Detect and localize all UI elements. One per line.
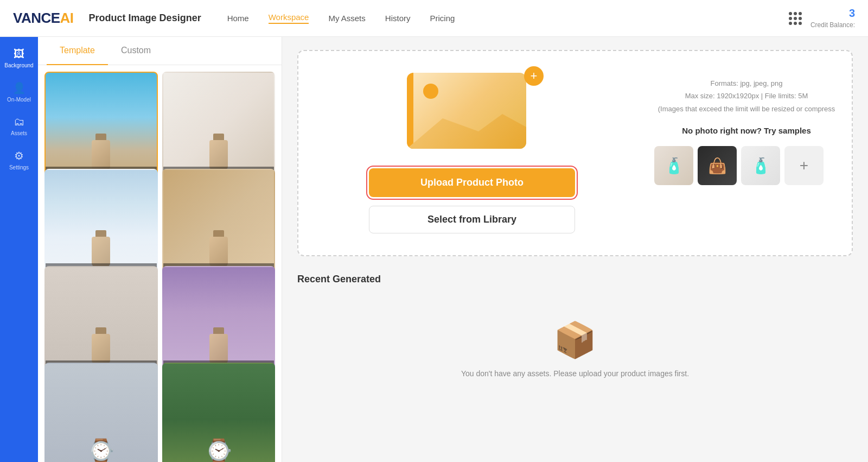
perfume-beach (90, 134, 112, 169)
watch1-icon: ⌚ (87, 438, 115, 462)
upload-center: + Upload Product Photo Select from Libra… (311, 73, 633, 233)
header-right: 3 Credit Balance: (789, 7, 855, 29)
template-card-beach[interactable]: Beach (44, 72, 158, 185)
empty-state: 📦 You don't have any assets. Please uplo… (297, 298, 853, 400)
illus-sun (423, 84, 438, 99)
template-card-gifts[interactable]: Gifts (162, 169, 276, 282)
sidebar-item-on-model[interactable]: 👤 On-Model (0, 75, 38, 109)
sample-bottle[interactable]: 🧴 (741, 146, 780, 185)
credit-number: 3 (810, 7, 855, 20)
sidebar-label-on-model: On-Model (7, 97, 31, 103)
illus-background (407, 73, 526, 149)
format-line3: (Images that exceed the limit will be re… (658, 105, 835, 113)
panel-sidebar: Template Custom Beach Plush Fabric (38, 37, 282, 462)
bottle-sample-icon: 🧴 (741, 146, 780, 185)
illus-border (407, 73, 413, 149)
format-line1: Formats: jpg, jpeg, png (711, 79, 783, 87)
content-area: + Upload Product Photo Select from Libra… (282, 37, 868, 462)
main-layout: 🖼 Background 👤 On-Model 🗂 Assets ⚙ Setti… (0, 37, 868, 462)
logo-vance: VANCE (13, 10, 60, 27)
select-from-library-button[interactable]: Select from Library (369, 206, 575, 233)
samples-title: No photo right now? Try samples (654, 126, 839, 135)
sample-perfume[interactable]: 🧴 (654, 146, 693, 185)
sidebar-item-assets[interactable]: 🗂 Assets (0, 109, 38, 143)
template-card-flowers[interactable]: Flowers (162, 266, 276, 379)
icon-sidebar: 🖼 Background 👤 On-Model 🗂 Assets ⚙ Setti… (0, 37, 38, 462)
logo-ai: AI (60, 10, 74, 27)
background-icon: 🖼 (14, 48, 24, 60)
upload-product-photo-button[interactable]: Upload Product Photo (369, 168, 575, 197)
empty-text: You don't have any assets. Please upload… (461, 369, 689, 378)
assets-icon: 🗂 (14, 116, 24, 128)
sidebar-item-settings[interactable]: ⚙ Settings (0, 143, 38, 177)
template-card-plush[interactable]: Plush Fabric (162, 72, 276, 185)
empty-box-icon: 📦 (553, 320, 597, 360)
app-title: Product Image Designer (89, 12, 201, 24)
perfume-flowers (208, 327, 229, 363)
nav-my-assets[interactable]: My Assets (328, 14, 365, 23)
template-card-watch1[interactable]: ⌚ (44, 363, 158, 462)
upload-illustration: + (407, 73, 537, 160)
sidebar-label-settings: Settings (9, 164, 29, 170)
nav-pricing[interactable]: Pricing (430, 14, 455, 23)
nav-workspace[interactable]: Workspace (269, 12, 309, 24)
panel-tabs: Template Custom (38, 37, 282, 65)
sample-bag[interactable]: 👜 (698, 146, 737, 185)
sidebar-label-background: Background (4, 62, 33, 68)
watch2-icon: ⌚ (205, 438, 233, 462)
perfume-tabletop (90, 327, 112, 363)
template-card-watch2[interactable]: ⌚ (162, 363, 276, 462)
tab-custom[interactable]: Custom (108, 37, 164, 65)
recent-section: Recent Generated 📦 You don't have any as… (297, 274, 853, 400)
template-card-snow[interactable]: Snow (44, 169, 158, 282)
on-model-icon: 👤 (12, 81, 26, 94)
credit-label: Credit Balance: (810, 21, 855, 29)
bag-sample-icon: 👜 (698, 146, 737, 185)
logo[interactable]: VANCEAI (13, 10, 74, 27)
upload-zone: + Upload Product Photo Select from Libra… (297, 50, 853, 256)
plus-circle: + (524, 66, 544, 86)
template-grid: Beach Plush Fabric Snow (38, 65, 282, 462)
format-line2: Max size: 1920x1920px | File limits: 5M (685, 92, 808, 100)
upload-info: Formats: jpg, jpeg, png Max size: 1920x1… (654, 73, 839, 233)
perfume-plush (208, 134, 229, 169)
perfume-gifts (208, 230, 229, 265)
illus-mountain (407, 105, 526, 149)
add-sample-icon: + (800, 157, 808, 174)
credit-balance: 3 Credit Balance: (810, 7, 855, 29)
settings-icon: ⚙ (14, 149, 24, 162)
template-card-tabletop[interactable]: Tabletop (44, 266, 158, 379)
nav-history[interactable]: History (385, 14, 411, 23)
app-header: VANCEAI Product Image Designer Home Work… (0, 0, 868, 37)
main-nav: Home Workspace My Assets History Pricing (227, 12, 789, 24)
sidebar-label-assets: Assets (11, 130, 27, 136)
nav-home[interactable]: Home (227, 14, 249, 23)
format-info: Formats: jpg, jpeg, png Max size: 1920x1… (654, 77, 839, 115)
perfume-snow (90, 230, 112, 265)
sample-add[interactable]: + (784, 146, 824, 185)
recent-title: Recent Generated (297, 274, 853, 285)
sample-images: 🧴 👜 🧴 + (654, 146, 839, 185)
sidebar-item-background[interactable]: 🖼 Background (0, 41, 38, 75)
apps-icon[interactable] (789, 12, 802, 25)
tab-template[interactable]: Template (47, 37, 108, 65)
perfume-sample-icon: 🧴 (654, 146, 693, 185)
